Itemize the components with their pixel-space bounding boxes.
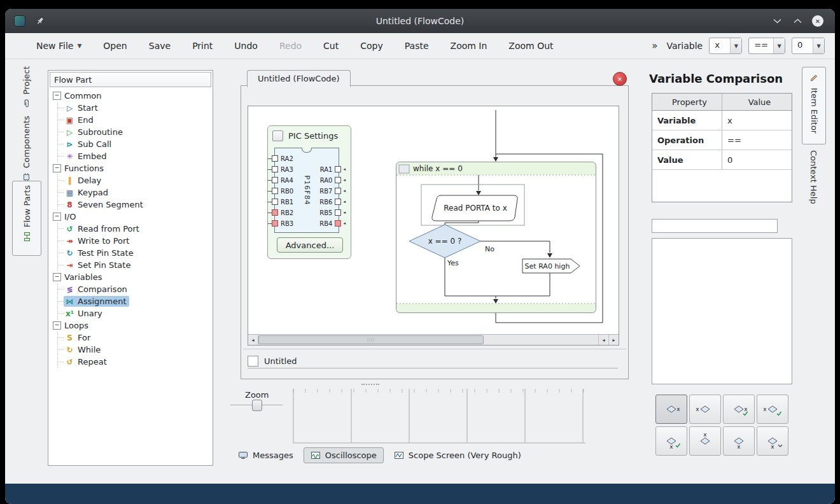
- tree-item-sub-call[interactable]: ⊳Sub Call: [58, 138, 210, 150]
- comparison-template-6[interactable]: x: [689, 426, 721, 456]
- property-row-operation[interactable]: Operation==: [652, 130, 792, 150]
- tree-item-test-pin-state[interactable]: ↻Test Pin State: [58, 247, 210, 259]
- pin-box-RB0[interactable]: [272, 188, 278, 194]
- toolbar-overflow-chevron[interactable]: »: [652, 40, 657, 52]
- tree-item-delay[interactable]: ‖Delay: [58, 174, 210, 186]
- operation-select[interactable]: ==▼: [748, 38, 785, 54]
- property-row-value[interactable]: Value0: [652, 150, 792, 170]
- scroll-left-arrow-2[interactable]: ◂: [598, 335, 608, 345]
- bottom-tab-scope-screen-very-rough[interactable]: Scope Screen (Very Rough): [388, 448, 528, 463]
- toolbar-save-button[interactable]: Save: [138, 37, 181, 55]
- chevron-down-button[interactable]: [771, 15, 783, 27]
- property-value[interactable]: 0: [722, 150, 792, 169]
- chevron-up-button[interactable]: [792, 15, 803, 27]
- bottom-tab-oscilloscope[interactable]: Oscilloscope: [304, 447, 384, 463]
- tree-group-common[interactable]: −Common: [52, 90, 210, 102]
- scrollbar-thumb[interactable]: [258, 335, 484, 344]
- tree-item-subroutine[interactable]: ▷Subroutine: [58, 126, 210, 138]
- comparison-template-2[interactable]: x: [689, 395, 721, 424]
- tree-item-keypad[interactable]: ▦Keypad: [58, 186, 210, 199]
- tree-item-for[interactable]: SFor: [58, 332, 210, 344]
- expander-icon[interactable]: −: [53, 213, 61, 221]
- sidebar-tab-flow-parts[interactable]: Flow Parts: [12, 181, 41, 256]
- document-close-button[interactable]: ✕: [613, 72, 627, 86]
- splitter-handle[interactable]: [361, 384, 379, 385]
- toolbar-cut-button[interactable]: Cut: [312, 37, 349, 55]
- bottom-tab-messages[interactable]: Messages: [232, 448, 300, 463]
- pin-box-RB5[interactable]: [335, 209, 341, 216]
- expander-icon[interactable]: −: [53, 92, 61, 100]
- toolbar-open-button[interactable]: Open: [92, 37, 137, 55]
- canvas-horizontal-scrollbar[interactable]: ◂ ◂ ▸: [248, 334, 619, 345]
- right-tab-context-help[interactable]: Context Help: [802, 145, 825, 220]
- pin-box-RA2[interactable]: [272, 155, 278, 162]
- tree-group-functions[interactable]: −Functions: [52, 162, 210, 174]
- tree-group-loops[interactable]: −Loops: [52, 319, 210, 332]
- expander-icon[interactable]: −: [53, 164, 61, 172]
- tree-item-repeat[interactable]: ↺Repeat: [58, 356, 210, 368]
- comparison-template-5[interactable]: x: [655, 426, 687, 456]
- item-editor-listbox[interactable]: [652, 238, 792, 384]
- property-value[interactable]: ==: [722, 130, 792, 150]
- chevron-down-icon[interactable]: ▼: [813, 38, 824, 53]
- tree-item-seven-segment[interactable]: 8Seven Segment: [58, 199, 210, 211]
- toolbar-new-file-button[interactable]: New File▼: [25, 37, 92, 55]
- read-porta-node[interactable]: Read PORTA to x: [432, 195, 517, 221]
- tree-item-read-from-port[interactable]: ↺Read from Port: [58, 223, 210, 235]
- close-button[interactable]: ✕: [812, 15, 823, 27]
- property-row-variable[interactable]: Variablex: [652, 111, 792, 130]
- tree-item-while[interactable]: ↻While: [58, 344, 210, 356]
- tree-item-end[interactable]: ▣End: [58, 114, 210, 126]
- pic-settings-checkbox[interactable]: [272, 130, 283, 141]
- chevron-down-icon[interactable]: ▼: [730, 38, 741, 53]
- toolbar-copy-button[interactable]: Copy: [349, 37, 394, 55]
- flowchart-name-checkbox[interactable]: [248, 356, 258, 367]
- pin-box-RA3[interactable]: [272, 166, 278, 172]
- toolbar-zoom-out-button[interactable]: Zoom Out: [498, 37, 564, 55]
- chevron-down-icon[interactable]: ▼: [773, 38, 785, 53]
- scrollbar-track[interactable]: [484, 335, 598, 345]
- document-tab[interactable]: Untitled (FlowCode): [247, 70, 351, 87]
- toolbar-paste-button[interactable]: Paste: [394, 37, 440, 55]
- advanced-button[interactable]: Advanced...: [277, 237, 343, 253]
- expander-icon[interactable]: −: [53, 273, 61, 281]
- tree-item-start[interactable]: ▷Start: [58, 102, 210, 114]
- toolbar-zoom-in-button[interactable]: Zoom In: [440, 37, 498, 55]
- scroll-left-arrow[interactable]: ◂: [248, 335, 258, 345]
- flowchart-canvas[interactable]: while x == 0 Read PORTA to x x == 0: [248, 106, 619, 335]
- pin-box-RB2[interactable]: [272, 209, 278, 216]
- tree-item-unary[interactable]: x¹Unary: [58, 307, 210, 319]
- toolbar-redo-button[interactable]: Redo: [269, 37, 312, 55]
- pin-box-RB1[interactable]: [272, 199, 278, 205]
- tree-group-variables[interactable]: −Variables: [52, 271, 210, 283]
- toolbar-undo-button[interactable]: Undo: [223, 37, 269, 55]
- item-editor-input[interactable]: [652, 219, 778, 233]
- comparison-template-1[interactable]: x: [655, 395, 687, 424]
- flowchart-name-value[interactable]: Untitled: [264, 356, 297, 366]
- expander-icon[interactable]: −: [53, 321, 61, 330]
- comparison-template-3[interactable]: x: [723, 395, 755, 424]
- pin-box-RB7[interactable]: [335, 188, 341, 194]
- pin-box-RA4[interactable]: [272, 177, 278, 183]
- pic-settings-component[interactable]: PIC Settings P16F84 RA2RA3RA4RB0RB1RB2RB…: [267, 125, 351, 259]
- value-select[interactable]: 0▼: [792, 38, 825, 54]
- zoom-slider-handle[interactable]: [252, 400, 262, 411]
- variable-select[interactable]: x▼: [709, 38, 742, 54]
- tree-item-assignment[interactable]: ⋈Assignment: [58, 295, 210, 307]
- tree-item-write-to-port[interactable]: ↠Write to Port: [58, 235, 210, 247]
- pin-box-RB3[interactable]: [272, 220, 278, 227]
- pin-icon[interactable]: [36, 17, 45, 25]
- toolbar-print-button[interactable]: Print: [181, 37, 223, 55]
- pin-box-RA0[interactable]: [335, 177, 341, 183]
- tree-item-set-pin-state[interactable]: ⇥Set Pin State: [58, 259, 210, 271]
- scroll-right-arrow[interactable]: ▸: [608, 335, 619, 345]
- property-value[interactable]: x: [722, 111, 792, 130]
- set-ra0-node[interactable]: Set RA0 high: [522, 259, 580, 273]
- tree-item-comparison[interactable]: ≶Comparison: [58, 283, 210, 295]
- decision-node[interactable]: x == 0 ?: [409, 225, 480, 258]
- comparison-template-8[interactable]: x: [757, 426, 788, 456]
- comparison-template-7[interactable]: x: [723, 426, 755, 456]
- pin-box-RB4[interactable]: [335, 220, 341, 227]
- tree-group-i-o[interactable]: −I/O: [52, 211, 210, 223]
- tree-item-embed[interactable]: ✳Embed: [58, 150, 210, 162]
